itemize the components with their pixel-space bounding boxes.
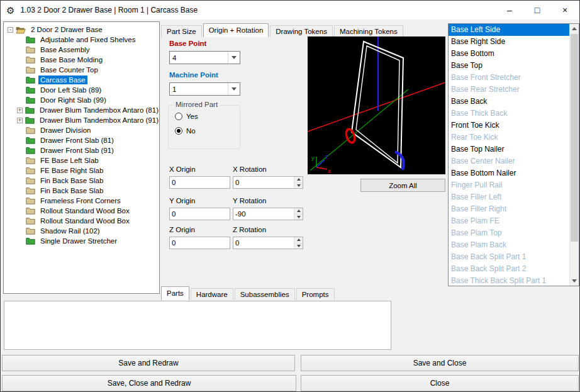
parts-list-item[interactable]: Base Bottom Nailer: [449, 167, 569, 179]
tree-item[interactable]: Base Base Molding: [4, 55, 159, 65]
tab-origin-rotation[interactable]: Origin + Rotation: [203, 23, 269, 37]
parts-list-item[interactable]: Base Front Stretcher: [449, 72, 569, 84]
tree-item[interactable]: Base Assembly: [4, 45, 159, 55]
parts-list-item[interactable]: Base Plam Back: [449, 239, 569, 251]
parts-list-item[interactable]: Base Top: [449, 60, 569, 72]
tree-item[interactable]: Door Right Slab (99): [4, 95, 159, 105]
mirrored-part-group: Mirrored Part YesNo: [168, 105, 240, 149]
zoom-all-button[interactable]: Zoom All: [360, 179, 445, 192]
x-rotation-stepper[interactable]: [233, 176, 303, 189]
parts-list-item[interactable]: Rear Toe Kick: [449, 132, 569, 143]
parts-list-item[interactable]: Finger Pull Rail: [449, 179, 569, 191]
z-rotation-input[interactable]: [233, 237, 294, 249]
expand-icon[interactable]: +: [17, 108, 23, 113]
minimize-button[interactable]: –: [496, 1, 523, 20]
tree-root-item[interactable]: -2 Door 2 Drawer Base: [4, 25, 159, 35]
close-button[interactable]: ×: [551, 1, 579, 20]
spin-down-icon[interactable]: [294, 215, 303, 220]
tree-item-label: Drawer Blum Tandembox Antaro (81): [38, 106, 160, 115]
tree-item[interactable]: Drawer Division: [4, 125, 159, 135]
y-rotation-stepper[interactable]: [233, 208, 303, 220]
z-rotation-label: Z Rotation: [233, 226, 266, 233]
y-origin-input[interactable]: [169, 208, 230, 220]
tab-subassemblies[interactable]: Subassemblies: [235, 288, 295, 300]
folder-icon: [26, 237, 35, 245]
parts-list-item[interactable]: Base Filler Right: [449, 203, 569, 215]
tree-item-label: Single Drawer Stretcher: [38, 237, 119, 245]
parts-scrollbar[interactable]: [569, 24, 579, 286]
tree-item[interactable]: Frameless Front Corners: [4, 196, 159, 206]
spinner-buttons[interactable]: [294, 237, 303, 249]
parts-list-item[interactable]: Base Plam Top: [449, 227, 569, 239]
spin-up-icon[interactable]: [294, 208, 303, 215]
tree-item[interactable]: Base Counter Top: [4, 65, 159, 75]
expand-icon[interactable]: +: [17, 118, 23, 123]
tree-item-label: Fin Back Base Slab: [38, 176, 105, 185]
parts-list-item[interactable]: Front Toe Kick: [449, 120, 569, 132]
maximize-button[interactable]: □: [523, 1, 551, 20]
tree-item[interactable]: Shadow Rail (102): [4, 226, 159, 236]
save-and-close-button[interactable]: Save and Close: [301, 355, 579, 371]
tree-item[interactable]: Drawer Front Slab (81): [4, 135, 159, 145]
tab-prompts[interactable]: Prompts: [296, 288, 335, 300]
parts-list-item[interactable]: Base Thick Back Split Part 1: [449, 275, 569, 286]
parts-list-item[interactable]: Base Back: [449, 96, 569, 108]
collapse-icon[interactable]: -: [8, 27, 13, 33]
parts-list-item[interactable]: Base Filler Left: [449, 191, 569, 203]
spinner-buttons[interactable]: [294, 208, 303, 220]
tree-item[interactable]: Rollout Standard Wood Box: [4, 206, 159, 216]
tree-item[interactable]: Adjustable and Fixed Shelves: [4, 35, 159, 45]
spin-up-icon[interactable]: [294, 177, 303, 183]
machine-point-select[interactable]: 1: [169, 82, 240, 96]
parts-list-item[interactable]: Base Rear Stretcher: [449, 84, 569, 96]
scroll-up-icon[interactable]: [570, 24, 579, 33]
z-origin-input[interactable]: [169, 237, 230, 249]
tree-item[interactable]: Fin Back Base Slab: [4, 186, 159, 196]
spinner-buttons[interactable]: [294, 177, 303, 188]
tab-machining-tokens[interactable]: Machining Tokens: [334, 25, 403, 37]
folder-icon: [26, 187, 35, 194]
x-origin-input[interactable]: [169, 176, 230, 189]
save-and-redraw-button[interactable]: Save and Redraw: [2, 355, 295, 371]
part-3d-preview[interactable]: y z x: [308, 36, 445, 174]
tab-part-size[interactable]: Part Size: [161, 25, 202, 37]
tree-item[interactable]: Drawer Front Slab (91): [4, 145, 159, 155]
tab-parts[interactable]: Parts: [161, 286, 189, 300]
tree-item[interactable]: FE Base Right Slab: [4, 165, 159, 176]
parts-list-item[interactable]: Base Center Nailer: [449, 155, 569, 167]
spin-up-icon[interactable]: [294, 237, 303, 244]
tree-item[interactable]: Door Left Slab (89): [4, 85, 159, 95]
spin-down-icon[interactable]: [294, 183, 303, 189]
scroll-down-icon[interactable]: [570, 276, 579, 286]
parts-list-item[interactable]: Base Thick Back: [449, 108, 569, 120]
tree-item[interactable]: Carcass Base: [4, 75, 159, 85]
base-point-select[interactable]: 4: [169, 51, 240, 64]
scrollbar-thumb[interactable]: [571, 34, 578, 242]
tab-drawing-tokens[interactable]: Drawing Tokens: [270, 25, 333, 37]
tab-hardware[interactable]: Hardware: [191, 288, 233, 300]
close-dialog-button[interactable]: Close: [301, 375, 579, 391]
tree-item[interactable]: Single Drawer Stretcher: [4, 236, 159, 246]
mirrored-yes-radio[interactable]: Yes: [175, 113, 240, 120]
parts-list-item[interactable]: Base Back Split Part 2: [449, 263, 569, 275]
tree-item[interactable]: FE Base Left Slab: [4, 155, 159, 165]
y-rotation-input[interactable]: [233, 208, 294, 220]
tree-item[interactable]: Rollout Standard Wood Box: [4, 216, 159, 226]
app-window: ⚙ 1.03 2 Door 2 Drawer Base | Room 1 | C…: [0, 0, 580, 392]
tree-item[interactable]: +Drawer Blum Tandembox Antaro (81): [4, 105, 159, 115]
parts-list-item[interactable]: Base Back Split Part 1: [449, 251, 569, 263]
tree-item[interactable]: Fin Back Base Slab: [4, 176, 159, 186]
parts-list-item[interactable]: Base Left Side: [449, 24, 569, 36]
spin-down-icon[interactable]: [294, 244, 303, 249]
save-close-and-redraw-button[interactable]: Save, Close and Redraw: [2, 375, 296, 391]
radio-label: No: [186, 127, 196, 135]
parts-list-item[interactable]: Base Bottom: [449, 48, 569, 60]
z-rotation-stepper[interactable]: [233, 237, 303, 249]
mirrored-no-radio[interactable]: No: [175, 127, 240, 135]
x-rotation-input[interactable]: [233, 177, 294, 188]
machine-point-value: 1: [170, 83, 228, 95]
tree-item[interactable]: +Drawer Blum Tandembox Antaro (91): [4, 115, 159, 125]
parts-list-item[interactable]: Base Right Side: [449, 36, 569, 48]
parts-list-item[interactable]: Base Top Nailer: [449, 143, 569, 155]
parts-list-item[interactable]: Base Plam FE: [449, 215, 569, 227]
